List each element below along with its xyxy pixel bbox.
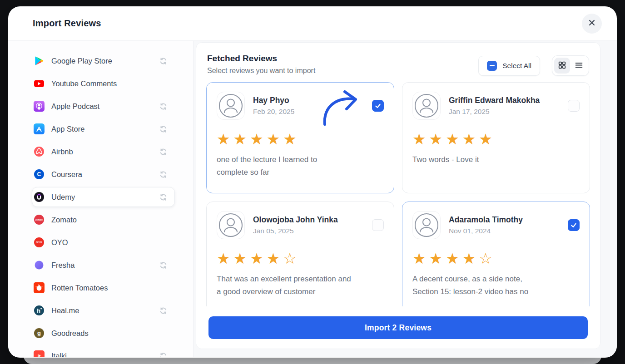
oyo-icon: OYO — [33, 236, 45, 248]
panel-subtitle: Select reviews you want to import — [207, 67, 315, 75]
reviewer-name: Hay Phyo — [253, 96, 294, 105]
sidebar-item-zomato[interactable]: zomato Zomato — [32, 210, 175, 230]
svg-text:h: h — [37, 307, 40, 314]
main-content: Fetched Reviews Select reviews you want … — [193, 41, 617, 357]
sidebar-item-label: Goodreads — [51, 329, 89, 338]
review-date: Nov 01, 2024 — [449, 227, 523, 235]
grid-view-button[interactable] — [554, 58, 570, 74]
svg-text:OYO: OYO — [36, 241, 42, 244]
sidebar-item-healme[interactable]: h Heal.me — [32, 300, 175, 320]
panel-header: Fetched Reviews Select reviews you want … — [196, 43, 600, 79]
sidebar-item-label: Italki — [51, 352, 67, 358]
sidebar-item-airbnb[interactable]: Airbnb — [32, 142, 175, 162]
sidebar-item-google-play-store[interactable]: Google Play Store — [32, 51, 175, 71]
sync-icon[interactable] — [158, 305, 168, 315]
view-toggle — [552, 55, 589, 76]
sidebar-item-oyo[interactable]: OYO OYO — [32, 232, 175, 252]
sidebar-item-italki[interactable]: it Italki — [32, 346, 175, 357]
import-reviews-button[interactable]: Import 2 Reviews — [208, 316, 588, 339]
modal-body: Google Play Store Youtube Comments — [8, 41, 617, 357]
select-all-checkbox[interactable] — [487, 61, 497, 71]
sidebar-item-label: App Store — [51, 125, 84, 133]
reviewer-name: Griffin Edward Makokha — [449, 96, 540, 105]
sync-icon[interactable] — [158, 351, 168, 357]
sidebar-item-label: Youtube Comments — [51, 79, 117, 88]
sync-icon[interactable] — [158, 169, 168, 179]
rotten-tomatoes-icon — [33, 282, 45, 294]
star-rating: ★★★★★ — [412, 131, 580, 148]
sidebar-item-label: Zomato — [51, 216, 77, 224]
panel-footer: Import 2 Reviews — [196, 307, 600, 349]
review-text: one of the lecture I learned to complete… — [217, 153, 384, 179]
sidebar-item-label: Rotten Tomatoes — [51, 284, 108, 292]
list-view-button[interactable] — [571, 58, 587, 74]
review-date: Jan 05, 2025 — [253, 227, 338, 235]
avatar — [412, 211, 441, 239]
select-all-label: Select All — [502, 62, 531, 70]
sidebar-item-label: Udemy — [51, 193, 75, 202]
sidebar-item-label: Fresha — [51, 261, 74, 270]
svg-text:it: it — [38, 354, 41, 357]
sidebar-item-coursera[interactable]: C Coursera — [32, 164, 175, 184]
sync-icon[interactable] — [158, 56, 168, 66]
fetched-reviews-panel: Fetched Reviews Select reviews you want … — [196, 42, 600, 349]
close-icon — [588, 19, 596, 28]
avatar — [412, 92, 441, 120]
sync-icon[interactable] — [158, 147, 168, 157]
review-date: Feb 20, 2025 — [253, 108, 294, 116]
udemy-icon — [33, 191, 45, 203]
coursera-icon: C — [33, 168, 45, 180]
review-checkbox[interactable] — [568, 219, 580, 231]
star-rating: ★★★★★ — [217, 131, 384, 148]
avatar — [217, 211, 245, 239]
sync-icon[interactable] — [158, 124, 168, 134]
healme-icon: h — [33, 305, 45, 316]
fresha-icon — [33, 259, 45, 271]
modal-header: Import Reviews — [8, 6, 617, 41]
sidebar-item-label: Heal.me — [51, 306, 79, 315]
sync-icon[interactable] — [158, 192, 168, 202]
sidebar-item-label: Airbnb — [51, 148, 73, 156]
sidebar-item-rotten-tomatoes[interactable]: Rotten Tomatoes — [32, 278, 175, 298]
review-checkbox[interactable] — [568, 100, 580, 112]
zomato-icon: zomato — [33, 214, 45, 226]
review-card[interactable]: Adaramola Timothy Nov 01, 2024 ★★★★☆ A d… — [402, 202, 590, 307]
grid-icon — [558, 61, 566, 71]
sidebar-item-goodreads[interactable]: g Goodreads — [32, 323, 175, 343]
review-card[interactable]: Olowojoba John Yinka Jan 05, 2025 ★★★★☆ … — [206, 202, 394, 307]
goodreads-icon: g — [33, 327, 45, 339]
select-all-button[interactable]: Select All — [478, 56, 540, 76]
sidebar-item-youtube-comments[interactable]: Youtube Comments — [32, 74, 175, 93]
review-checkbox[interactable] — [372, 219, 384, 231]
sidebar-item-apple-podcast[interactable]: Apple Podcast — [32, 96, 175, 116]
svg-text:C: C — [37, 171, 41, 177]
review-card[interactable]: Griffin Edward Makokha Jan 17, 2025 ★★★★… — [402, 82, 590, 193]
svg-text:g: g — [37, 330, 41, 336]
reviewer-name: Adaramola Timothy — [449, 215, 523, 225]
modal-title: Import Reviews — [33, 18, 101, 29]
sync-icon[interactable] — [158, 260, 168, 270]
review-text: Two words - Love it — [412, 153, 580, 166]
reviewer-name: Olowojoba John Yinka — [253, 215, 338, 225]
sidebar-item-app-store[interactable]: App Store — [32, 119, 175, 139]
review-checkbox[interactable] — [372, 100, 384, 112]
star-rating: ★★★★☆ — [412, 250, 580, 267]
airbnb-icon — [33, 146, 45, 157]
review-text: A decent course, as a side note, Section… — [412, 273, 580, 298]
sidebar-item-udemy[interactable]: Udemy — [32, 187, 175, 207]
sidebar-item-fresha[interactable]: Fresha — [32, 255, 175, 275]
youtube-icon — [33, 78, 45, 89]
close-button[interactable] — [582, 14, 602, 34]
sidebar-item-label: Apple Podcast — [51, 102, 99, 111]
sidebar-item-label: OYO — [51, 238, 68, 247]
sidebar-item-label: Google Play Store — [51, 57, 112, 65]
reviews-grid: Hay Phyo Feb 20, 2025 ★★★★★ o — [206, 82, 590, 307]
apple-podcast-icon — [33, 100, 45, 112]
svg-text:zomato: zomato — [35, 219, 43, 221]
platform-sidebar: Google Play Store Youtube Comments — [8, 41, 193, 357]
review-card[interactable]: Hay Phyo Feb 20, 2025 ★★★★★ o — [206, 82, 394, 193]
italki-icon: it — [33, 350, 45, 357]
review-text: That was an excellent presentation and a… — [217, 273, 384, 298]
sync-icon[interactable] — [158, 101, 168, 111]
star-rating: ★★★★☆ — [217, 250, 384, 267]
